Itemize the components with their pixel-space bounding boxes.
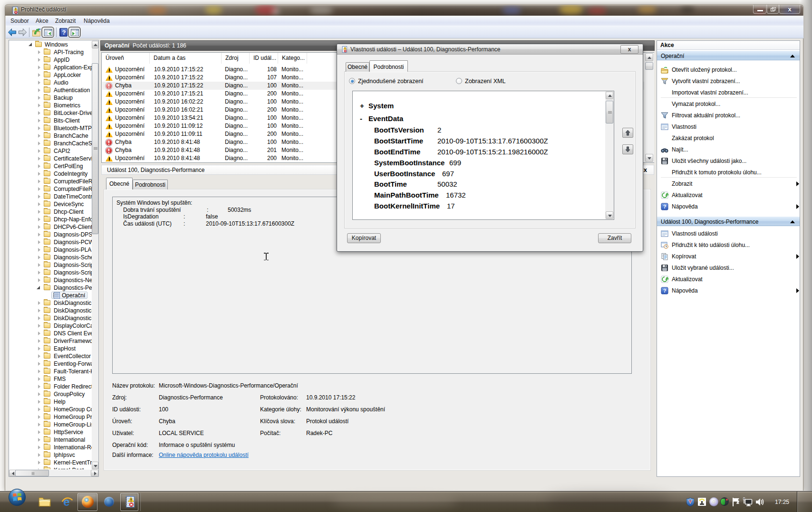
svg-text:?: ? [663, 204, 667, 209]
svg-text:?: ? [62, 29, 66, 36]
svg-text:?: ? [663, 288, 667, 294]
